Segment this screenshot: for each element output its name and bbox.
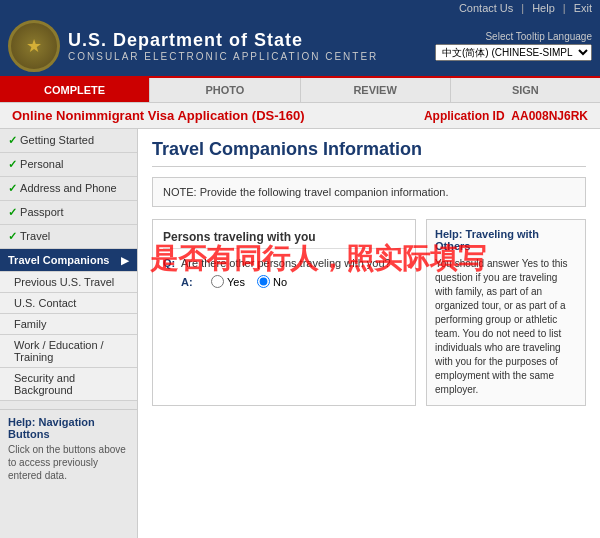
language-select-label: Select Tooltip Language	[435, 31, 592, 42]
language-select[interactable]: 中文(简体) (CHINESE-SIMPL	[435, 44, 592, 61]
sidebar-item-work-education[interactable]: Work / Education / Training	[0, 335, 137, 368]
sidebar-item-address-phone[interactable]: Address and Phone	[0, 177, 137, 201]
answer-row: A: Yes No	[181, 275, 405, 288]
sidebar-item-personal[interactable]: Personal	[0, 153, 137, 177]
sub-header: Online Nonimmigrant Visa Application (DS…	[0, 103, 600, 129]
radio-no-label: No	[273, 276, 287, 288]
progress-bar: COMPLETE PHOTO REVIEW SIGN	[0, 78, 600, 103]
form-left: Persons traveling with you Q: Are there …	[152, 219, 416, 406]
sidebar: Getting Started Personal Address and Pho…	[0, 129, 138, 538]
q-label: Q:	[163, 257, 181, 269]
us-seal-icon: ★	[8, 20, 60, 72]
radio-no[interactable]	[257, 275, 270, 288]
division-name: CONSULAR ELECTRONIC APPLICATION CENTER	[68, 51, 378, 62]
sidebar-item-travel-companions[interactable]: Travel Companions	[0, 249, 137, 272]
question-row: Q: Are there other persons traveling wit…	[163, 257, 405, 269]
exit-link[interactable]: Exit	[574, 2, 592, 14]
radio-yes-label: Yes	[227, 276, 245, 288]
sidebar-item-security[interactable]: Security and Background	[0, 368, 137, 401]
a-label: A:	[181, 276, 199, 288]
app-id-label: Application ID	[424, 109, 505, 123]
step-photo[interactable]: PHOTO	[150, 78, 300, 102]
page-title: Travel Companions Information	[152, 139, 586, 167]
main-layout: Getting Started Personal Address and Pho…	[0, 129, 600, 538]
step-complete[interactable]: COMPLETE	[0, 78, 150, 102]
help-link[interactable]: Help	[532, 2, 555, 14]
question-text: Are there other persons traveling with y…	[181, 257, 405, 269]
sidebar-help: Help: Navigation Buttons Click on the bu…	[0, 409, 137, 488]
help-panel: Help: Traveling with Others You should a…	[426, 219, 586, 406]
section-title: Persons traveling with you	[163, 230, 405, 249]
content-area: Travel Companions Information NOTE: Prov…	[138, 129, 600, 538]
step-review[interactable]: REVIEW	[301, 78, 451, 102]
sidebar-item-family[interactable]: Family	[0, 314, 137, 335]
step-sign[interactable]: SIGN	[451, 78, 600, 102]
app-id-value: AA008NJ6RK	[511, 109, 588, 123]
sidebar-item-getting-started[interactable]: Getting Started	[0, 129, 137, 153]
sidebar-item-previous-us-travel[interactable]: Previous U.S. Travel	[0, 272, 137, 293]
form-section: Persons traveling with you Q: Are there …	[152, 219, 586, 406]
help-panel-text: You should answer Yes to this question i…	[435, 257, 577, 397]
header: ★ U.S. Department of State CONSULAR ELEC…	[0, 16, 600, 78]
radio-yes[interactable]	[211, 275, 224, 288]
contact-us-link[interactable]: Contact Us	[459, 2, 513, 14]
top-bar: Contact Us | Help | Exit	[0, 0, 600, 16]
help-panel-title: Help: Traveling with Others	[435, 228, 577, 252]
radio-no-option[interactable]: No	[257, 275, 287, 288]
sep1: |	[521, 2, 524, 14]
form-title: Online Nonimmigrant Visa Application (DS…	[12, 108, 305, 123]
sep2: |	[563, 2, 566, 14]
department-name: U.S. Department of State	[68, 30, 378, 51]
note-box: NOTE: Provide the following travel compa…	[152, 177, 586, 207]
app-id: Application ID AA008NJ6RK	[424, 109, 588, 123]
radio-yes-option[interactable]: Yes	[211, 275, 245, 288]
sidebar-help-text: Click on the buttons above to access pre…	[8, 443, 129, 482]
sidebar-help-title: Help: Navigation Buttons	[8, 416, 129, 440]
sidebar-item-travel[interactable]: Travel	[0, 225, 137, 249]
header-text: U.S. Department of State CONSULAR ELECTR…	[68, 30, 378, 62]
sidebar-item-us-contact[interactable]: U.S. Contact	[0, 293, 137, 314]
sidebar-item-passport[interactable]: Passport	[0, 201, 137, 225]
